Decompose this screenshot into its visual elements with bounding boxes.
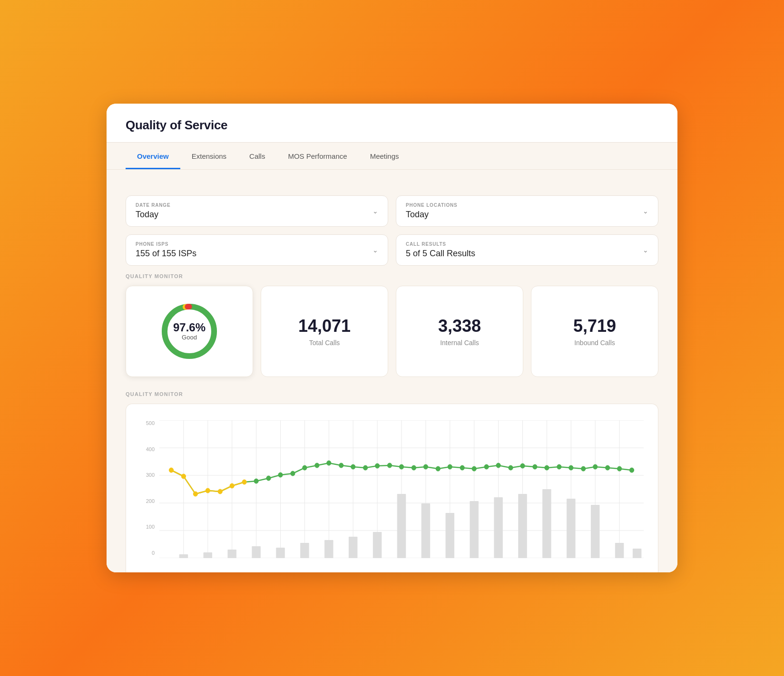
- svg-rect-46: [591, 505, 600, 558]
- svg-point-74: [472, 466, 476, 471]
- svg-rect-44: [542, 489, 551, 558]
- phone-locations-value: Today: [406, 210, 457, 220]
- svg-rect-37: [373, 532, 382, 558]
- phone-isps-filter[interactable]: PHONE ISPS 155 of 155 ISPs ⌄: [126, 234, 388, 266]
- y-label-300: 300: [140, 472, 155, 478]
- chart-svg: [159, 420, 644, 558]
- svg-point-82: [569, 465, 573, 470]
- chevron-down-icon: ⌄: [643, 207, 648, 215]
- svg-point-49: [169, 468, 173, 473]
- svg-point-87: [629, 468, 634, 473]
- svg-point-58: [278, 473, 283, 477]
- svg-point-78: [520, 464, 525, 468]
- svg-point-53: [218, 489, 222, 494]
- svg-point-55: [242, 480, 246, 484]
- chevron-down-icon: ⌄: [643, 246, 648, 254]
- tab-meetings[interactable]: Meetings: [359, 143, 411, 169]
- svg-point-68: [399, 464, 403, 469]
- y-label-100: 100: [140, 524, 155, 530]
- quality-monitor-chart-label: QUALITY MONITOR: [126, 391, 658, 397]
- tabs-list: Overview Extensions Calls MOS Performanc…: [126, 143, 658, 169]
- call-results-label: CALL RESULTS: [406, 241, 475, 247]
- svg-point-57: [266, 476, 271, 481]
- donut-card: 97.6% Good: [126, 286, 253, 377]
- y-label-500: 500: [140, 420, 155, 426]
- svg-point-65: [363, 465, 367, 470]
- date-range-value: Today: [136, 210, 170, 220]
- donut-chart: 97.6% Good: [158, 300, 220, 362]
- svg-point-71: [436, 466, 440, 471]
- svg-point-50: [181, 474, 186, 479]
- svg-point-70: [423, 464, 428, 469]
- donut-label: Good: [173, 334, 206, 341]
- y-axis-labels: 0 100 200 300 400 500: [140, 420, 155, 558]
- total-calls-card: 14,071 Total Calls: [261, 286, 388, 377]
- phone-locations-filter[interactable]: PHONE LOCATIONS Today ⌄: [396, 195, 658, 227]
- svg-point-54: [230, 483, 234, 488]
- inbound-calls-label: Inbound Calls: [574, 339, 615, 347]
- monitor-cards: 97.6% Good 14,071 Total Calls 3,338 Inte…: [126, 286, 658, 377]
- internal-calls-label: Internal Calls: [440, 339, 479, 347]
- svg-point-79: [533, 464, 537, 469]
- phone-locations-label: PHONE LOCATIONS: [406, 203, 457, 208]
- internal-calls-value: 3,338: [438, 316, 481, 336]
- chart-container: 0 100 200 300 400 500: [140, 420, 644, 572]
- content-area: DATE RANGE Today ⌄ PHONE LOCATIONS Today…: [107, 170, 677, 572]
- date-range-filter[interactable]: DATE RANGE Today ⌄: [126, 195, 388, 227]
- chevron-down-icon: ⌄: [372, 207, 378, 215]
- call-results-value: 5 of 5 Call Results: [406, 249, 475, 259]
- svg-point-84: [593, 464, 598, 469]
- tab-mos-performance[interactable]: MOS Performance: [276, 143, 358, 169]
- svg-point-59: [291, 471, 295, 476]
- chart-inner: [159, 420, 644, 558]
- date-range-label: DATE RANGE: [136, 203, 170, 208]
- svg-point-61: [315, 463, 319, 468]
- chevron-down-icon: ⌄: [372, 246, 378, 254]
- svg-rect-39: [421, 503, 431, 558]
- svg-rect-30: [204, 552, 213, 558]
- svg-rect-42: [494, 497, 503, 558]
- svg-point-52: [206, 488, 210, 493]
- y-label-400: 400: [140, 446, 155, 452]
- svg-point-80: [545, 465, 549, 470]
- svg-rect-34: [300, 543, 309, 558]
- quality-monitor-section-label: QUALITY MONITOR: [126, 273, 658, 279]
- svg-point-63: [339, 463, 343, 468]
- svg-point-73: [460, 465, 464, 470]
- svg-rect-40: [446, 513, 455, 558]
- svg-rect-32: [252, 546, 261, 558]
- svg-point-81: [557, 464, 561, 469]
- svg-rect-35: [324, 540, 333, 558]
- tab-extensions[interactable]: Extensions: [180, 143, 238, 169]
- svg-rect-43: [518, 494, 527, 558]
- svg-point-56: [254, 479, 258, 483]
- y-label-0: 0: [140, 550, 155, 556]
- call-results-filter[interactable]: CALL RESULTS 5 of 5 Call Results ⌄: [396, 234, 658, 266]
- svg-rect-41: [470, 501, 479, 558]
- y-label-200: 200: [140, 498, 155, 504]
- svg-point-51: [193, 492, 197, 496]
- svg-point-72: [448, 464, 452, 469]
- svg-point-85: [605, 465, 609, 470]
- filters-row-2: PHONE ISPS 155 of 155 ISPs ⌄ CALL RESULT…: [126, 234, 658, 266]
- tab-calls[interactable]: Calls: [238, 143, 276, 169]
- phone-isps-label: PHONE ISPS: [136, 241, 196, 247]
- tab-overview[interactable]: Overview: [126, 143, 180, 169]
- inbound-calls-card: 5,719 Inbound Calls: [531, 286, 658, 377]
- svg-rect-36: [349, 537, 358, 558]
- page-title: Quality of Service: [126, 118, 658, 133]
- total-calls-label: Total Calls: [309, 339, 340, 347]
- svg-point-83: [581, 466, 586, 471]
- svg-point-67: [387, 463, 392, 468]
- svg-point-77: [509, 465, 513, 470]
- chart-section: QUALITY MONITOR 0 100 200 300 400 500: [126, 391, 658, 572]
- svg-point-60: [303, 465, 307, 470]
- svg-rect-38: [397, 494, 406, 558]
- internal-calls-card: 3,338 Internal Calls: [396, 286, 523, 377]
- svg-rect-48: [633, 549, 642, 558]
- svg-point-69: [412, 465, 416, 470]
- svg-point-62: [327, 461, 331, 465]
- chart-area: 0 100 200 300 400 500: [126, 404, 658, 572]
- svg-point-75: [484, 464, 489, 469]
- donut-center: 97.6% Good: [173, 321, 206, 341]
